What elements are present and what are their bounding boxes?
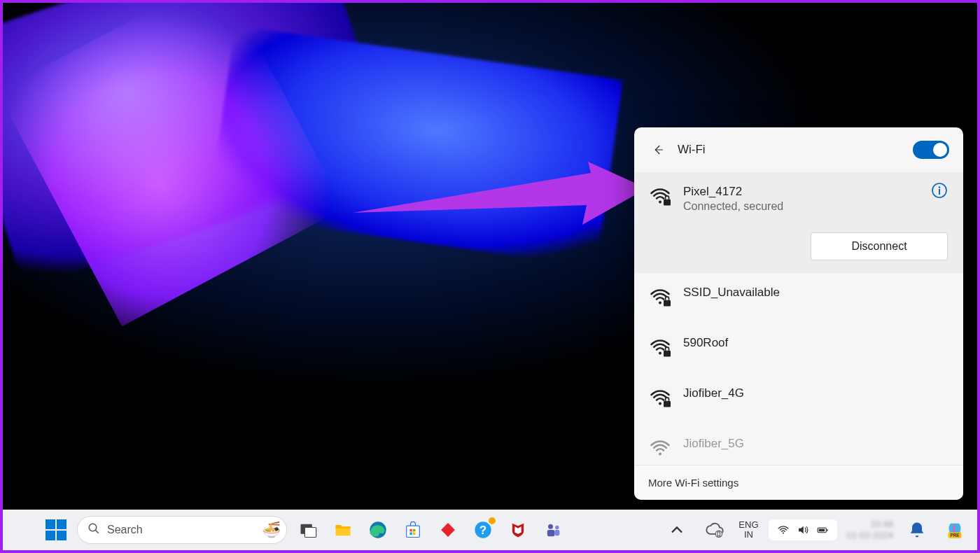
volume-icon [797, 524, 809, 536]
wifi-secured-icon [650, 337, 672, 361]
svg-point-32 [782, 532, 783, 533]
wifi-secured-icon [650, 438, 672, 462]
svg-point-26 [548, 524, 553, 529]
taskbar-search[interactable]: Search 🍜 [77, 516, 287, 544]
wifi-flyout: Wi-Fi Pixel_4172 Connected, secured [634, 127, 963, 500]
network-properties-button[interactable] [931, 182, 948, 199]
edge-icon [368, 520, 388, 540]
svg-point-12 [659, 453, 662, 456]
network-ssid: SSID_Unavailable [683, 286, 780, 300]
battery-icon [816, 524, 829, 536]
tray-overflow-button[interactable] [663, 516, 691, 544]
svg-rect-16 [304, 528, 316, 538]
network-item[interactable]: SSID_Unavailable [634, 273, 963, 323]
pinned-app-1[interactable] [434, 516, 462, 544]
info-circle-icon [931, 182, 948, 199]
svg-rect-9 [664, 351, 671, 357]
svg-rect-2 [664, 200, 671, 206]
svg-rect-23 [441, 523, 455, 537]
svg-text:PRE: PRE [950, 533, 960, 538]
teams-button[interactable] [539, 516, 567, 544]
clock[interactable]: 10:48 01-03-2024 [847, 519, 894, 540]
chevron-up-icon [667, 520, 687, 540]
network-item[interactable]: Jiofiber_5G [634, 424, 963, 463]
lang-primary: ENG [738, 520, 758, 530]
svg-rect-7 [664, 300, 671, 307]
wifi-flyout-header: Wi-Fi [634, 127, 963, 172]
wifi-secured-icon [650, 287, 672, 311]
notification-badge [489, 517, 496, 524]
svg-line-14 [95, 530, 99, 533]
mcafee-button[interactable] [504, 516, 532, 544]
svg-text:?: ? [479, 524, 486, 536]
taskbar: Search 🍜 ? [3, 510, 977, 550]
wifi-secured-icon [650, 186, 672, 210]
network-item[interactable]: 590Roof [634, 323, 963, 374]
wifi-toggle[interactable] [913, 141, 949, 159]
store-icon [403, 520, 423, 540]
bell-icon [907, 520, 927, 540]
language-indicator[interactable]: ENG IN [738, 520, 758, 540]
svg-point-13 [89, 524, 97, 531]
diamond-icon [438, 520, 458, 540]
svg-rect-20 [413, 529, 416, 532]
search-icon [88, 522, 100, 538]
svg-point-4 [939, 186, 940, 188]
network-item[interactable]: Jiofiber_4G [634, 374, 963, 424]
wifi-title: Wi-Fi [678, 143, 706, 157]
svg-point-27 [555, 526, 559, 529]
svg-rect-19 [410, 529, 412, 532]
folder-icon [333, 520, 353, 540]
network-ssid: 590Roof [683, 336, 728, 350]
svg-rect-21 [410, 533, 412, 536]
microsoft-store-button[interactable] [399, 516, 427, 544]
svg-rect-18 [407, 526, 420, 537]
lang-secondary: IN [738, 530, 758, 540]
cloud-sync-icon [705, 520, 724, 540]
svg-point-6 [659, 302, 662, 304]
svg-point-1 [659, 201, 662, 204]
svg-rect-22 [413, 533, 416, 536]
back-arrow-icon [652, 144, 664, 156]
desktop-wallpaper[interactable]: Wi-Fi Pixel_4172 Connected, secured [3, 3, 977, 507]
start-button[interactable] [42, 516, 70, 544]
more-wifi-settings-link[interactable]: More Wi-Fi settings [634, 465, 963, 500]
onedrive-tray-icon[interactable] [701, 516, 729, 544]
time-text: 10:48 [847, 519, 894, 530]
svg-rect-28 [547, 530, 555, 536]
date-text: 01-03-2024 [847, 530, 894, 541]
file-explorer-button[interactable] [329, 516, 357, 544]
get-help-button[interactable]: ? [469, 516, 497, 544]
svg-point-8 [659, 352, 662, 355]
network-status: Connected, secured [683, 200, 783, 213]
wifi-icon [777, 524, 790, 536]
notifications-button[interactable] [903, 516, 931, 544]
svg-rect-35 [818, 529, 824, 532]
network-ssid: Jiofiber_4G [683, 386, 744, 400]
copilot-icon: PRE [945, 520, 965, 540]
network-ssid: Jiofiber_5G [683, 437, 744, 451]
search-highlight-icon: 🍜 [262, 521, 281, 539]
svg-rect-11 [664, 401, 671, 407]
disconnect-button[interactable]: Disconnect [811, 232, 948, 260]
back-button[interactable] [648, 140, 668, 160]
system-tray: ENG IN 10:48 01-03-2024 PRE [663, 516, 969, 544]
teams-icon [543, 520, 563, 540]
mcafee-icon [508, 520, 528, 540]
network-list: Pixel_4172 Connected, secured Disconnect… [634, 172, 963, 465]
svg-point-10 [659, 402, 662, 405]
svg-rect-5 [939, 189, 940, 195]
copilot-preview-button[interactable]: PRE [941, 516, 969, 544]
search-placeholder: Search [107, 524, 143, 536]
windows-start-icon [46, 519, 66, 540]
svg-rect-34 [827, 529, 828, 531]
wifi-secured-icon [650, 388, 672, 412]
network-ssid: Pixel_4172 [683, 185, 783, 199]
connected-network-item[interactable]: Pixel_4172 Connected, secured Disconnect [634, 172, 963, 273]
svg-rect-29 [554, 530, 559, 536]
edge-browser-button[interactable] [364, 516, 392, 544]
quick-settings-button[interactable] [769, 519, 837, 540]
task-view-icon [298, 520, 318, 540]
task-view-button[interactable] [294, 516, 322, 544]
